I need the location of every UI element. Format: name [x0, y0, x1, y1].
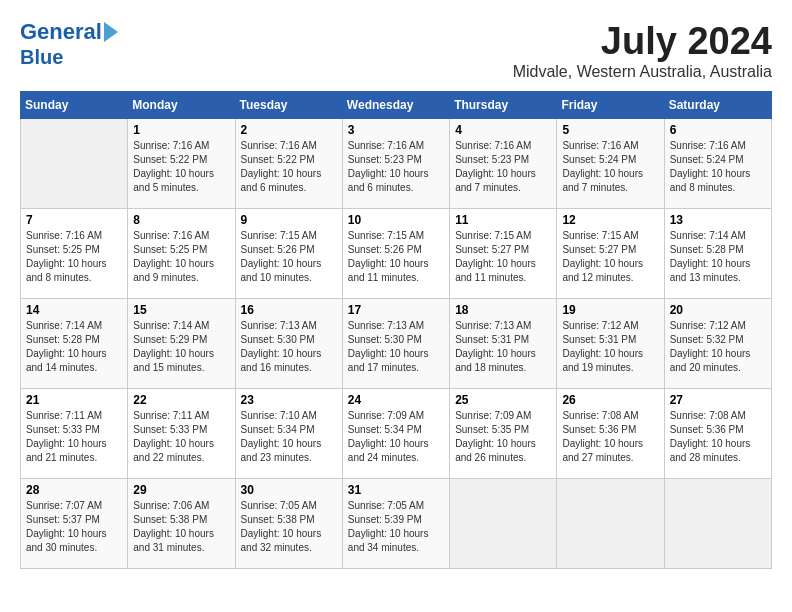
day-info: Sunrise: 7:13 AMSunset: 5:30 PMDaylight:… [348, 319, 444, 375]
day-info: Sunrise: 7:16 AMSunset: 5:22 PMDaylight:… [133, 139, 229, 195]
day-info: Sunrise: 7:16 AMSunset: 5:25 PMDaylight:… [26, 229, 122, 285]
day-number: 25 [455, 393, 551, 407]
day-number: 7 [26, 213, 122, 227]
calendar-cell: 14Sunrise: 7:14 AMSunset: 5:28 PMDayligh… [21, 299, 128, 389]
day-number: 27 [670, 393, 766, 407]
day-number: 2 [241, 123, 337, 137]
day-number: 28 [26, 483, 122, 497]
calendar-cell: 26Sunrise: 7:08 AMSunset: 5:36 PMDayligh… [557, 389, 664, 479]
header-tuesday: Tuesday [235, 92, 342, 119]
day-number: 13 [670, 213, 766, 227]
week-row-4: 28Sunrise: 7:07 AMSunset: 5:37 PMDayligh… [21, 479, 772, 569]
calendar-table: SundayMondayTuesdayWednesdayThursdayFrid… [20, 91, 772, 569]
day-info: Sunrise: 7:13 AMSunset: 5:30 PMDaylight:… [241, 319, 337, 375]
calendar-cell: 5Sunrise: 7:16 AMSunset: 5:24 PMDaylight… [557, 119, 664, 209]
day-info: Sunrise: 7:16 AMSunset: 5:25 PMDaylight:… [133, 229, 229, 285]
day-info: Sunrise: 7:08 AMSunset: 5:36 PMDaylight:… [562, 409, 658, 465]
calendar-cell [664, 479, 771, 569]
day-info: Sunrise: 7:15 AMSunset: 5:26 PMDaylight:… [241, 229, 337, 285]
title-section: July 2024 Midvale, Western Australia, Au… [513, 20, 772, 81]
day-info: Sunrise: 7:11 AMSunset: 5:33 PMDaylight:… [133, 409, 229, 465]
day-number: 14 [26, 303, 122, 317]
week-row-3: 21Sunrise: 7:11 AMSunset: 5:33 PMDayligh… [21, 389, 772, 479]
header-monday: Monday [128, 92, 235, 119]
calendar-cell: 17Sunrise: 7:13 AMSunset: 5:30 PMDayligh… [342, 299, 449, 389]
day-info: Sunrise: 7:12 AMSunset: 5:32 PMDaylight:… [670, 319, 766, 375]
day-number: 5 [562, 123, 658, 137]
day-info: Sunrise: 7:09 AMSunset: 5:35 PMDaylight:… [455, 409, 551, 465]
day-number: 24 [348, 393, 444, 407]
calendar-cell: 7Sunrise: 7:16 AMSunset: 5:25 PMDaylight… [21, 209, 128, 299]
week-row-0: 1Sunrise: 7:16 AMSunset: 5:22 PMDaylight… [21, 119, 772, 209]
header-saturday: Saturday [664, 92, 771, 119]
day-info: Sunrise: 7:09 AMSunset: 5:34 PMDaylight:… [348, 409, 444, 465]
day-number: 10 [348, 213, 444, 227]
day-number: 31 [348, 483, 444, 497]
logo-text-blue: Blue [20, 46, 63, 68]
calendar-cell: 9Sunrise: 7:15 AMSunset: 5:26 PMDaylight… [235, 209, 342, 299]
day-number: 15 [133, 303, 229, 317]
day-info: Sunrise: 7:15 AMSunset: 5:27 PMDaylight:… [455, 229, 551, 285]
day-info: Sunrise: 7:05 AMSunset: 5:38 PMDaylight:… [241, 499, 337, 555]
day-info: Sunrise: 7:10 AMSunset: 5:34 PMDaylight:… [241, 409, 337, 465]
day-number: 21 [26, 393, 122, 407]
calendar-cell: 1Sunrise: 7:16 AMSunset: 5:22 PMDaylight… [128, 119, 235, 209]
header-thursday: Thursday [450, 92, 557, 119]
calendar-cell: 28Sunrise: 7:07 AMSunset: 5:37 PMDayligh… [21, 479, 128, 569]
header-sunday: Sunday [21, 92, 128, 119]
day-number: 11 [455, 213, 551, 227]
calendar-cell: 20Sunrise: 7:12 AMSunset: 5:32 PMDayligh… [664, 299, 771, 389]
day-info: Sunrise: 7:07 AMSunset: 5:37 PMDaylight:… [26, 499, 122, 555]
day-number: 17 [348, 303, 444, 317]
day-info: Sunrise: 7:08 AMSunset: 5:36 PMDaylight:… [670, 409, 766, 465]
day-number: 12 [562, 213, 658, 227]
page-subtitle: Midvale, Western Australia, Australia [513, 63, 772, 81]
calendar-cell: 25Sunrise: 7:09 AMSunset: 5:35 PMDayligh… [450, 389, 557, 479]
calendar-cell: 16Sunrise: 7:13 AMSunset: 5:30 PMDayligh… [235, 299, 342, 389]
logo-arrow-icon [104, 22, 118, 42]
calendar-cell: 27Sunrise: 7:08 AMSunset: 5:36 PMDayligh… [664, 389, 771, 479]
day-info: Sunrise: 7:14 AMSunset: 5:28 PMDaylight:… [670, 229, 766, 285]
day-number: 22 [133, 393, 229, 407]
calendar-cell: 2Sunrise: 7:16 AMSunset: 5:22 PMDaylight… [235, 119, 342, 209]
calendar-cell: 4Sunrise: 7:16 AMSunset: 5:23 PMDaylight… [450, 119, 557, 209]
day-info: Sunrise: 7:12 AMSunset: 5:31 PMDaylight:… [562, 319, 658, 375]
day-number: 8 [133, 213, 229, 227]
day-info: Sunrise: 7:05 AMSunset: 5:39 PMDaylight:… [348, 499, 444, 555]
day-info: Sunrise: 7:16 AMSunset: 5:22 PMDaylight:… [241, 139, 337, 195]
day-info: Sunrise: 7:11 AMSunset: 5:33 PMDaylight:… [26, 409, 122, 465]
calendar-cell: 13Sunrise: 7:14 AMSunset: 5:28 PMDayligh… [664, 209, 771, 299]
day-info: Sunrise: 7:16 AMSunset: 5:24 PMDaylight:… [562, 139, 658, 195]
day-info: Sunrise: 7:15 AMSunset: 5:27 PMDaylight:… [562, 229, 658, 285]
calendar-cell: 8Sunrise: 7:16 AMSunset: 5:25 PMDaylight… [128, 209, 235, 299]
day-number: 1 [133, 123, 229, 137]
calendar-cell: 30Sunrise: 7:05 AMSunset: 5:38 PMDayligh… [235, 479, 342, 569]
calendar-cell: 3Sunrise: 7:16 AMSunset: 5:23 PMDaylight… [342, 119, 449, 209]
day-number: 16 [241, 303, 337, 317]
day-info: Sunrise: 7:13 AMSunset: 5:31 PMDaylight:… [455, 319, 551, 375]
calendar-cell: 15Sunrise: 7:14 AMSunset: 5:29 PMDayligh… [128, 299, 235, 389]
calendar-cell [557, 479, 664, 569]
calendar-cell: 19Sunrise: 7:12 AMSunset: 5:31 PMDayligh… [557, 299, 664, 389]
day-info: Sunrise: 7:16 AMSunset: 5:24 PMDaylight:… [670, 139, 766, 195]
calendar-cell: 6Sunrise: 7:16 AMSunset: 5:24 PMDaylight… [664, 119, 771, 209]
day-number: 23 [241, 393, 337, 407]
day-number: 20 [670, 303, 766, 317]
calendar-cell [21, 119, 128, 209]
header-row: SundayMondayTuesdayWednesdayThursdayFrid… [21, 92, 772, 119]
day-info: Sunrise: 7:06 AMSunset: 5:38 PMDaylight:… [133, 499, 229, 555]
header-friday: Friday [557, 92, 664, 119]
logo: General Blue [20, 20, 118, 68]
day-number: 3 [348, 123, 444, 137]
day-info: Sunrise: 7:16 AMSunset: 5:23 PMDaylight:… [348, 139, 444, 195]
calendar-cell: 11Sunrise: 7:15 AMSunset: 5:27 PMDayligh… [450, 209, 557, 299]
page-title: July 2024 [513, 20, 772, 63]
header-wednesday: Wednesday [342, 92, 449, 119]
day-info: Sunrise: 7:14 AMSunset: 5:28 PMDaylight:… [26, 319, 122, 375]
page-header: General Blue July 2024 Midvale, Western … [20, 20, 772, 81]
calendar-cell: 29Sunrise: 7:06 AMSunset: 5:38 PMDayligh… [128, 479, 235, 569]
day-number: 26 [562, 393, 658, 407]
day-number: 19 [562, 303, 658, 317]
calendar-cell: 18Sunrise: 7:13 AMSunset: 5:31 PMDayligh… [450, 299, 557, 389]
day-number: 6 [670, 123, 766, 137]
